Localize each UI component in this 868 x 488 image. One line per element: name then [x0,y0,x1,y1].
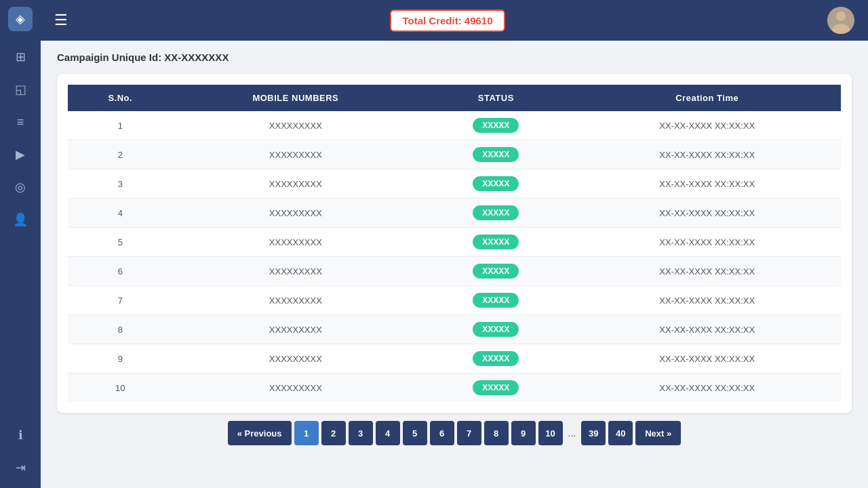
sidebar-item-whatsapp[interactable]: ◎ [7,174,34,201]
cell-status: XXXXX [418,199,573,228]
cell-sno: 3 [68,169,173,199]
cell-mobile: XXXXXXXXX [173,111,419,140]
cell-status: XXXXX [418,228,573,257]
cell-status: XXXXX [418,169,573,199]
table-header-row: S.No. MOBILE NUMBERS STATUS Creation Tim… [68,85,841,111]
table-row: 6 XXXXXXXXX XXXXX XX-XX-XXXX XX:XX:XX [68,257,841,286]
prev-button[interactable]: « Previous [228,421,292,445]
page-btn-1[interactable]: 1 [294,421,319,445]
next-button[interactable]: Next » [635,421,681,445]
col-time: Creation Time [573,85,841,111]
cell-time: XX-XX-XXXX XX:XX:XX [573,199,841,228]
table-row: 10 XXXXXXXXX XXXXX XX-XX-XXXX XX:XX:XX [68,373,841,403]
cell-time: XX-XX-XXXX XX:XX:XX [573,315,841,344]
table-row: 9 XXXXXXXXX XXXXX XX-XX-XXXX XX:XX:XX [68,344,841,373]
cell-time: XX-XX-XXXX XX:XX:XX [573,344,841,373]
cell-status: XXXXX [418,315,573,344]
sidebar-logo[interactable]: ◈ [8,7,33,31]
col-status: STATUS [418,85,573,111]
cell-sno: 10 [68,373,173,403]
cell-sno: 2 [68,140,173,169]
campaign-id-label: Campaigin Unique Id: [57,52,161,63]
page-btn-6[interactable]: 6 [430,421,454,445]
whatsapp-icon: ◎ [15,180,26,195]
sidebar-item-list[interactable]: ≡ [7,108,34,136]
pagination-ellipsis: ... [566,428,579,439]
page-btn-39[interactable]: 39 [581,421,606,445]
cell-status: XXXXX [418,140,573,169]
cell-status: XXXXX [418,373,573,403]
cell-status: XXXXX [418,257,573,286]
content-area: Campaigin Unique Id: XX-XXXXXXX S.No. MO… [41,41,868,488]
campaign-id-row: Campaigin Unique Id: XX-XXXXXXX [57,52,852,63]
logo-icon: ◈ [16,12,25,26]
sidebar-item-info[interactable]: ℹ [7,422,34,449]
credit-badge: Total Credit: 49610 [390,9,505,32]
table-row: 4 XXXXXXXXX XXXXX XX-XX-XXXX XX:XX:XX [68,199,841,228]
cell-mobile: XXXXXXXXX [173,140,419,169]
sidebar-item-dashboard[interactable]: ◱ [7,76,34,103]
cell-mobile: XXXXXXXXX [173,199,419,228]
table-row: 7 XXXXXXXXX XXXXX XX-XX-XXXX XX:XX:XX [68,286,841,315]
page-btn-40[interactable]: 40 [608,421,633,445]
cell-sno: 4 [68,199,173,228]
play-icon: ▶ [16,147,25,162]
cell-status: XXXXX [418,286,573,315]
cell-sno: 9 [68,344,173,373]
cell-status: XXXXX [418,344,573,373]
status-badge: XXXXX [473,380,519,395]
cell-time: XX-XX-XXXX XX:XX:XX [573,228,841,257]
table-row: 1 XXXXXXXXX XXXXX XX-XX-XXXX XX:XX:XX [68,111,841,140]
sidebar-item-logout[interactable]: ⇥ [7,454,34,481]
cell-sno: 5 [68,228,173,257]
status-badge: XXXXX [473,205,519,220]
page-btn-8[interactable]: 8 [484,421,509,445]
grid-icon: ⊞ [16,49,26,64]
cell-time: XX-XX-XXXX XX:XX:XX [573,373,841,403]
svg-point-1 [836,12,846,21]
status-badge: XXXXX [473,147,519,162]
sidebar-item-play[interactable]: ▶ [7,141,34,168]
pagination: « Previous12345678910...3940Next » [57,413,852,448]
sidebar-item-grid[interactable]: ⊞ [7,43,34,70]
table-row: 8 XXXXXXXXX XXXXX XX-XX-XXXX XX:XX:XX [68,315,841,344]
avatar [827,7,854,34]
campaign-id-value: XX-XXXXXXX [164,52,229,63]
cell-sno: 8 [68,315,173,344]
col-sno: S.No. [68,85,173,111]
page-btn-5[interactable]: 5 [403,421,427,445]
page-btn-2[interactable]: 2 [321,421,346,445]
page-btn-7[interactable]: 7 [457,421,481,445]
page-btn-9[interactable]: 9 [511,421,536,445]
menu-button[interactable]: ☰ [54,12,68,29]
cell-time: XX-XX-XXXX XX:XX:XX [573,286,841,315]
page-btn-10[interactable]: 10 [538,421,563,445]
sidebar: ◈ ⊞ ◱ ≡ ▶ ◎ 👤 ℹ ⇥ [0,0,41,488]
table-row: 5 XXXXXXXXX XXXXX XX-XX-XXXX XX:XX:XX [68,228,841,257]
page-btn-4[interactable]: 4 [376,421,400,445]
sidebar-item-user[interactable]: 👤 [7,206,34,233]
status-badge: XXXXX [473,264,519,279]
cell-time: XX-XX-XXXX XX:XX:XX [573,111,841,140]
page-btn-3[interactable]: 3 [349,421,373,445]
cell-sno: 6 [68,257,173,286]
status-badge: XXXXX [473,351,519,366]
cell-time: XX-XX-XXXX XX:XX:XX [573,169,841,199]
cell-status: XXXXX [418,111,573,140]
user-icon: 👤 [13,212,28,227]
table-row: 3 XXXXXXXXX XXXXX XX-XX-XXXX XX:XX:XX [68,169,841,199]
cell-mobile: XXXXXXXXX [173,257,419,286]
cell-mobile: XXXXXXXXX [173,344,419,373]
status-badge: XXXXX [473,176,519,191]
list-icon: ≡ [17,115,24,129]
status-badge: XXXXX [473,235,519,249]
cell-mobile: XXXXXXXXX [173,286,419,315]
cell-mobile: XXXXXXXXX [173,315,419,344]
cell-time: XX-XX-XXXX XX:XX:XX [573,140,841,169]
dashboard-icon: ◱ [15,82,26,97]
data-table: S.No. MOBILE NUMBERS STATUS Creation Tim… [68,85,841,402]
cell-mobile: XXXXXXXXX [173,169,419,199]
table-row: 2 XXXXXXXXX XXXXX XX-XX-XXXX XX:XX:XX [68,140,841,169]
col-mobile: MOBILE NUMBERS [173,85,419,111]
logout-icon: ⇥ [16,460,26,475]
